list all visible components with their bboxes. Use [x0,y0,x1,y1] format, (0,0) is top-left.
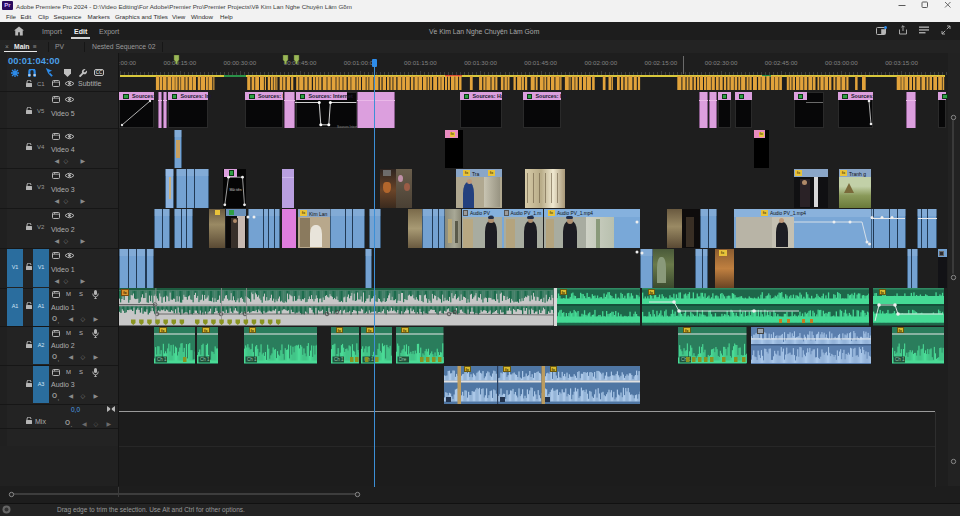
svg-text:Ch 1: Ch 1 [895,357,905,362]
svg-text:Dre: Dre [399,357,407,362]
svg-text:Ch 1: Ch 1 [247,357,257,362]
svg-text:Ch 1: Ch 1 [157,357,167,362]
svg-text:Ch 1: Ch 1 [200,357,210,362]
svg-text:Ch 1: Ch 1 [334,357,344,362]
